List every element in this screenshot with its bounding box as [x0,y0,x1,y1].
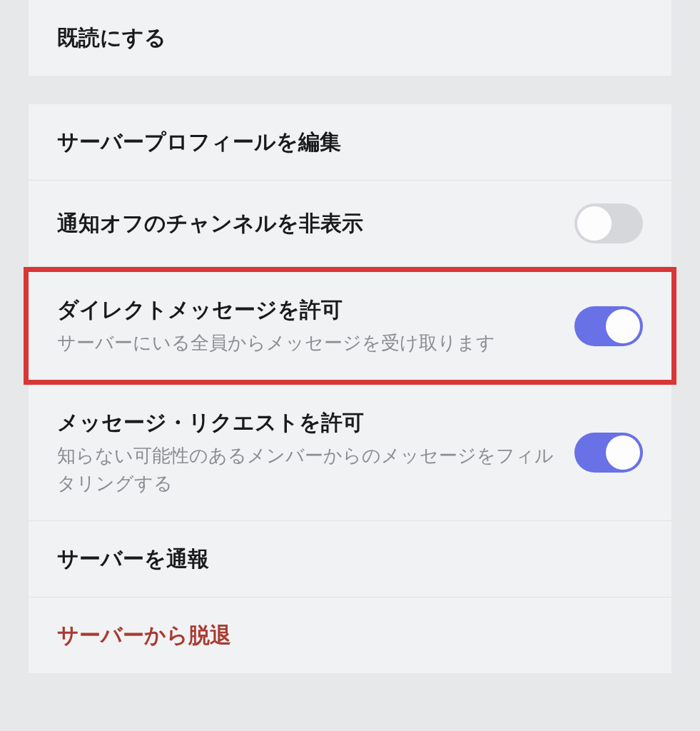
section-server-settings: サーバープロフィールを編集 通知オフのチャンネルを非表示 ダイレクトメッセージを… [29,104,671,673]
allow-message-requests-item[interactable]: メッセージ・リクエストを許可 知らない可能性のあるメンバーからのメッセージをフィ… [29,385,671,521]
allow-direct-messages-toggle[interactable] [574,306,643,346]
toggle-knob [606,309,640,343]
section-gap [0,76,700,104]
hide-muted-channels-item[interactable]: 通知オフのチャンネルを非表示 [29,181,671,267]
leave-server-item[interactable]: サーバーから脱退 [29,598,671,673]
allow-direct-messages-title: ダイレクトメッセージを許可 [57,295,560,325]
allow-message-requests-title: メッセージ・リクエストを許可 [57,408,560,438]
mark-read-item[interactable]: 既読にする [29,0,671,76]
allow-direct-messages-content: ダイレクトメッセージを許可 サーバーにいる全員からメッセージを受け取ります [57,295,574,357]
hide-muted-channels-title: 通知オフのチャンネルを非表示 [57,208,560,238]
allow-message-requests-toggle[interactable] [574,433,643,473]
toggle-knob [577,206,612,241]
section-mark-read: 既読にする [29,0,671,76]
report-server-item[interactable]: サーバーを通報 [29,521,671,598]
toggle-knob [606,435,640,470]
report-server-title: サーバーを通報 [57,544,629,574]
report-server-content: サーバーを通報 [57,544,643,574]
leave-server-title: サーバーから脱退 [57,620,629,650]
allow-message-requests-content: メッセージ・リクエストを許可 知らない可能性のあるメンバーからのメッセージをフィ… [57,408,574,498]
allow-message-requests-subtitle: 知らない可能性のあるメンバーからのメッセージをフィルタリングする [57,442,560,498]
mark-read-content: 既読にする [57,23,643,53]
edit-server-profile-item[interactable]: サーバープロフィールを編集 [29,104,671,181]
edit-server-profile-content: サーバープロフィールを編集 [57,127,643,157]
allow-direct-messages-subtitle: サーバーにいる全員からメッセージを受け取ります [57,329,560,357]
hide-muted-channels-content: 通知オフのチャンネルを非表示 [57,208,574,238]
mark-read-title: 既読にする [57,23,629,53]
edit-server-profile-title: サーバープロフィールを編集 [57,127,629,157]
allow-direct-messages-item[interactable]: ダイレクトメッセージを許可 サーバーにいる全員からメッセージを受け取ります [24,267,676,385]
leave-server-content: サーバーから脱退 [57,620,643,650]
hide-muted-channels-toggle[interactable] [574,203,643,243]
